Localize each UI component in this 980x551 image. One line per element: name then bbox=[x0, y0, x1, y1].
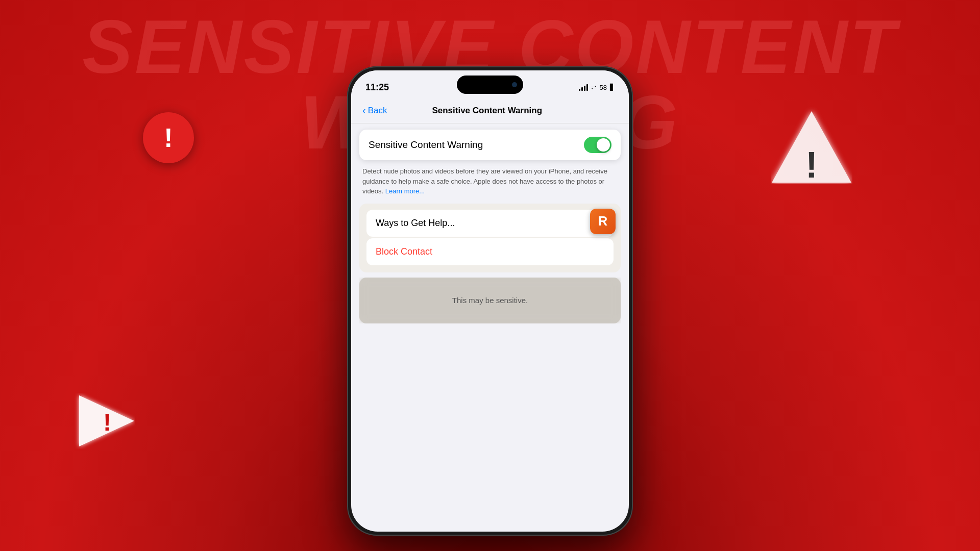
play-warning-icon: ! bbox=[74, 393, 130, 449]
warning-triangle-icon: ! bbox=[771, 107, 852, 179]
block-contact-label: Block Contact bbox=[376, 246, 432, 257]
bar1 bbox=[579, 89, 580, 91]
svg-text:!: ! bbox=[103, 409, 111, 436]
phone-frame: 11:25 ⇌ 58 ▋ bbox=[347, 66, 633, 536]
toggle-thumb bbox=[597, 138, 610, 152]
phone-mockup: 11:25 ⇌ 58 ▋ bbox=[347, 66, 633, 536]
status-right: ⇌ 58 ▋ bbox=[579, 84, 615, 91]
block-contact-item[interactable]: Block Contact bbox=[366, 238, 614, 265]
svg-text:!: ! bbox=[805, 144, 818, 184]
sensitive-label: This may be sensitive. bbox=[452, 296, 528, 305]
battery-body: ▋ bbox=[610, 84, 615, 91]
wifi-icon: ⇌ bbox=[591, 84, 597, 91]
dynamic-island bbox=[457, 76, 523, 94]
status-time: 11:25 bbox=[365, 82, 389, 93]
spacer bbox=[351, 272, 629, 278]
ways-to-help-item[interactable]: Ways to Get Help... bbox=[366, 210, 614, 237]
exclaim-icon: ! bbox=[164, 124, 173, 151]
phone-screen: 11:25 ⇌ 58 ▋ bbox=[351, 70, 629, 532]
action-card: R Ways to Get Help... Block Contact bbox=[359, 204, 621, 272]
camera-dot bbox=[512, 82, 517, 87]
ways-to-help-label: Ways to Get Help... bbox=[376, 218, 455, 228]
toggle-card: Sensitive Content Warning bbox=[359, 130, 621, 160]
sensitive-content-area: This may be sensitive. bbox=[359, 278, 621, 323]
bar2 bbox=[581, 87, 583, 91]
warning-circle-icon: ! bbox=[143, 112, 194, 163]
nav-bar: ‹ Back Sensitive Content Warning bbox=[351, 98, 629, 123]
bar4 bbox=[586, 84, 588, 91]
bar3 bbox=[584, 86, 585, 91]
nav-title: Sensitive Content Warning bbox=[387, 106, 587, 116]
app-icon: R bbox=[590, 209, 616, 234]
description-text: Detect nude photos and videos before the… bbox=[351, 160, 629, 196]
toggle-label: Sensitive Content Warning bbox=[369, 139, 483, 151]
action-card-inner: R Ways to Get Help... Block Contact bbox=[359, 204, 621, 272]
back-label[interactable]: Back bbox=[368, 106, 387, 116]
signal-bars bbox=[579, 84, 588, 91]
status-bar: 11:25 ⇌ 58 ▋ bbox=[351, 70, 629, 98]
learn-more-link[interactable]: Learn more... bbox=[385, 187, 425, 195]
battery-icon: 58 bbox=[600, 84, 607, 91]
back-button[interactable]: ‹ Back bbox=[362, 105, 387, 116]
settings-content: Sensitive Content Warning Detect nude ph… bbox=[351, 123, 629, 330]
app-icon-letter: R bbox=[598, 213, 608, 229]
toggle-switch[interactable] bbox=[584, 137, 611, 153]
play-svg: ! bbox=[74, 393, 135, 449]
back-chevron-icon: ‹ bbox=[362, 105, 366, 116]
triangle-svg: ! bbox=[771, 107, 852, 184]
